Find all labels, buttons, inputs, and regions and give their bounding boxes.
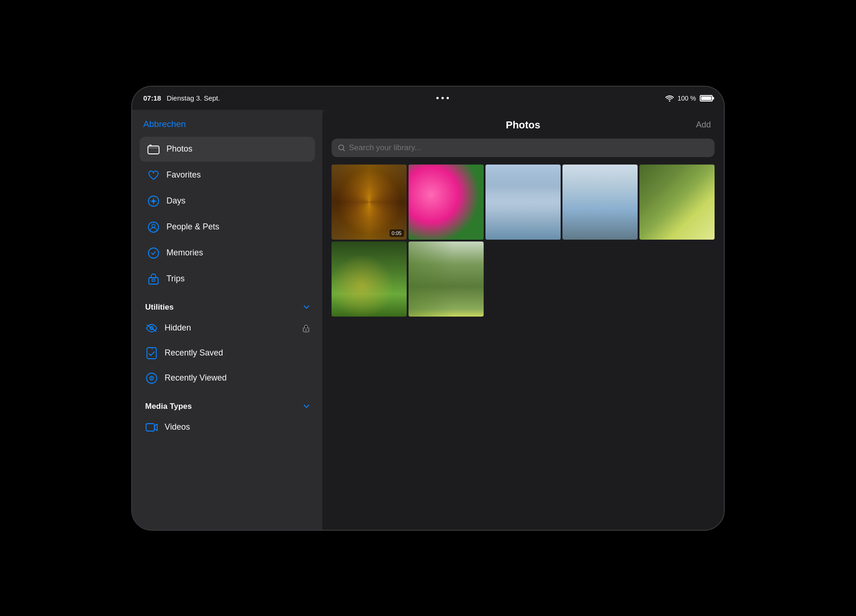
status-bar: 07:18 Dienstag 3. Sept. 100 % bbox=[132, 87, 724, 110]
trips-label: Trips bbox=[166, 274, 185, 284]
search-icon bbox=[338, 144, 345, 152]
video-duration: 0:05 bbox=[390, 229, 404, 237]
sidebar-item-favorites[interactable]: Favorites bbox=[140, 163, 315, 188]
sidebar-item-recently-viewed[interactable]: Recently Viewed bbox=[132, 366, 322, 391]
sidebar-item-recently-saved[interactable]: Recently Saved bbox=[132, 341, 322, 366]
dot-2 bbox=[441, 97, 444, 99]
photo-cell[interactable] bbox=[332, 241, 407, 317]
days-icon bbox=[147, 195, 160, 208]
videos-icon bbox=[145, 421, 158, 434]
photo-grid: 0:05 bbox=[322, 165, 724, 317]
add-button[interactable]: Add bbox=[688, 120, 711, 130]
hidden-icon bbox=[145, 322, 158, 335]
svg-point-3 bbox=[152, 200, 155, 203]
svg-point-16 bbox=[151, 377, 153, 379]
media-types-section-header[interactable]: Media Types bbox=[132, 394, 322, 415]
recently-viewed-label: Recently Viewed bbox=[165, 373, 227, 383]
device-frame: 07:18 Dienstag 3. Sept. 100 % Dateien A bbox=[131, 86, 725, 531]
panel-title: Photos bbox=[358, 119, 688, 131]
dot-1 bbox=[436, 97, 439, 99]
recently-saved-label: Recently Saved bbox=[165, 348, 223, 358]
sidebar-item-hidden[interactable]: Hidden bbox=[132, 316, 322, 341]
panel-header: Photos Add bbox=[322, 110, 724, 139]
search-input[interactable] bbox=[349, 143, 708, 152]
svg-rect-1 bbox=[149, 145, 152, 146]
photo-cell-empty bbox=[485, 241, 561, 317]
favorites-label: Favorites bbox=[166, 170, 201, 180]
sidebar-item-photos[interactable]: Photos bbox=[140, 137, 315, 162]
main-panel: Photos Add 0:05 bbox=[322, 110, 724, 530]
battery-icon bbox=[700, 95, 713, 102]
status-right: 100 % bbox=[665, 95, 713, 102]
svg-rect-8 bbox=[149, 278, 158, 284]
battery-fill bbox=[701, 96, 711, 100]
svg-rect-17 bbox=[146, 424, 154, 431]
media-types-title: Media Types bbox=[145, 402, 192, 411]
sidebar-item-videos[interactable]: Videos bbox=[132, 415, 322, 440]
trips-icon bbox=[147, 273, 160, 286]
recently-saved-icon bbox=[145, 347, 158, 360]
search-bar[interactable] bbox=[332, 139, 715, 157]
svg-rect-0 bbox=[148, 146, 159, 154]
memories-icon bbox=[147, 247, 160, 260]
sidebar-item-people-pets[interactable]: People & Pets bbox=[140, 215, 315, 240]
photo-cell[interactable]: 0:05 bbox=[332, 165, 407, 240]
photos-icon bbox=[147, 143, 160, 156]
lock-icon bbox=[303, 324, 309, 332]
videos-label: Videos bbox=[165, 422, 190, 432]
photos-label: Photos bbox=[166, 144, 192, 154]
memories-label: Memories bbox=[166, 248, 203, 258]
cancel-button[interactable]: Abbrechen bbox=[143, 119, 186, 129]
sidebar-nav: Photos Favorites bbox=[132, 137, 322, 292]
sidebar[interactable]: Abbrechen Photos bbox=[132, 110, 322, 530]
app-area: Dateien Abbrechen Photos bbox=[132, 110, 724, 530]
photo-cell-empty bbox=[562, 241, 638, 317]
photo-cell[interactable] bbox=[409, 241, 484, 317]
status-date: Dienstag 3. Sept. bbox=[166, 94, 220, 102]
svg-point-5 bbox=[152, 224, 155, 227]
photo-cell[interactable] bbox=[562, 165, 638, 240]
utilities-title: Utilities bbox=[145, 303, 173, 312]
status-time: 07:18 bbox=[143, 94, 161, 102]
photo-cell[interactable] bbox=[409, 165, 484, 240]
sidebar-header: Abbrechen bbox=[132, 110, 322, 137]
sidebar-item-trips[interactable]: Trips bbox=[140, 267, 315, 292]
sidebar-item-days[interactable]: Days bbox=[140, 189, 315, 214]
utilities-section-header[interactable]: Utilities bbox=[132, 295, 322, 316]
media-types-chevron-icon bbox=[304, 405, 309, 408]
hidden-label: Hidden bbox=[165, 323, 191, 333]
photo-cell-empty bbox=[639, 241, 715, 317]
status-center bbox=[436, 97, 449, 99]
photo-cell[interactable] bbox=[485, 165, 561, 240]
recently-viewed-icon bbox=[145, 372, 158, 385]
status-left: 07:18 Dienstag 3. Sept. bbox=[143, 94, 220, 102]
utilities-chevron-icon bbox=[304, 305, 309, 309]
sidebar-item-memories[interactable]: Memories bbox=[140, 241, 315, 266]
people-pets-icon bbox=[147, 221, 160, 234]
dot-3 bbox=[447, 97, 449, 99]
wifi-icon bbox=[665, 95, 674, 102]
days-label: Days bbox=[166, 196, 185, 206]
svg-point-12 bbox=[306, 329, 307, 330]
battery-percentage: 100 % bbox=[677, 95, 696, 102]
favorites-icon bbox=[147, 169, 160, 182]
photo-cell[interactable] bbox=[639, 165, 715, 240]
svg-rect-9 bbox=[152, 279, 155, 281]
people-pets-label: People & Pets bbox=[166, 222, 219, 232]
